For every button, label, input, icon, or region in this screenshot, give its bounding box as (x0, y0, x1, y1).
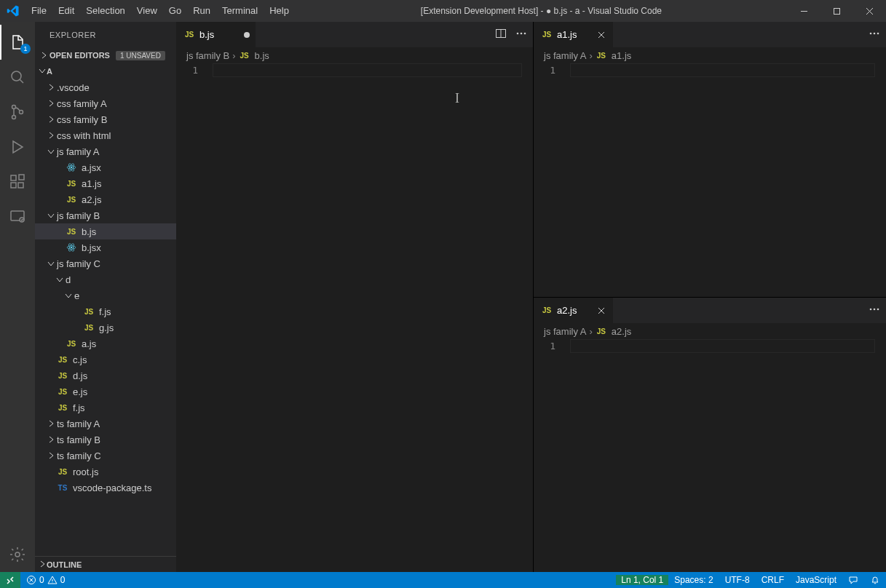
tree-item[interactable]: css family B (35, 111, 176, 127)
workspace-root[interactable]: A (35, 63, 176, 79)
tree-item[interactable]: css family A (35, 95, 176, 111)
activity-remote[interactable] (0, 199, 35, 234)
tree-item-label: c.js (73, 354, 87, 365)
breadcrumb-segment[interactable]: js family A (544, 50, 587, 61)
chevron-right-icon: › (590, 326, 593, 337)
tree-item-label: f.js (99, 306, 111, 317)
menu-terminal[interactable]: Terminal (216, 0, 264, 22)
breadcrumb[interactable]: js family B › JS b.js (176, 47, 533, 63)
status-language[interactable]: JavaScript (790, 575, 842, 585)
tab-b-js[interactable]: JS b.js (176, 22, 256, 47)
tree-item[interactable]: ts family A (35, 416, 176, 432)
status-lncol[interactable]: Ln 1, Col 1 (616, 575, 668, 585)
menu-view[interactable]: View (131, 0, 163, 22)
tree-item[interactable]: a.jsx (35, 159, 176, 175)
svg-point-22 (521, 33, 523, 35)
activity-explorer[interactable]: 1 (0, 25, 35, 60)
breadcrumb-segment[interactable]: a1.js (612, 50, 631, 61)
svg-point-3 (12, 116, 16, 119)
tree-item[interactable]: TSvscode-package.ts (35, 480, 176, 496)
tree-item[interactable]: JSf.js (35, 303, 176, 319)
js-icon: JS (596, 49, 607, 61)
editor-line[interactable]: 1 (534, 63, 886, 77)
tree-item[interactable]: ts family B (35, 432, 176, 448)
js-icon: JS (57, 402, 68, 413)
tab-a1-js[interactable]: JS a1.js (534, 22, 614, 47)
text-cursor-icon: I (455, 91, 459, 106)
tree-item[interactable]: js family C (35, 255, 176, 271)
svg-point-28 (874, 309, 876, 311)
activity-bar: 1 (0, 22, 35, 572)
svg-point-16 (71, 247, 72, 248)
tree-item-label: a.jsx (82, 162, 101, 173)
outline-section[interactable]: OUTLINE (35, 556, 176, 572)
close-icon[interactable] (596, 305, 607, 317)
scrollbar[interactable] (876, 0, 886, 588)
tab-a2-js[interactable]: JS a2.js (534, 298, 614, 323)
tree-item[interactable]: JSf.js (35, 400, 176, 416)
tree-item[interactable]: js family A (35, 143, 176, 159)
status-feedback[interactable] (842, 575, 864, 585)
code-area[interactable] (570, 339, 886, 353)
breadcrumb-segment[interactable]: js family B (186, 50, 229, 61)
tree-item[interactable]: d (35, 271, 176, 287)
status-eol[interactable]: CRLF (756, 575, 790, 585)
explorer-badge: 1 (20, 44, 31, 54)
menu-edit[interactable]: Edit (52, 0, 80, 22)
breadcrumb-segment[interactable]: b.js (255, 50, 269, 61)
code-area[interactable] (213, 63, 533, 77)
svg-point-19 (68, 243, 75, 252)
editor-line[interactable]: 1 (534, 339, 886, 353)
tree-item[interactable]: JSa2.js (35, 191, 176, 207)
tree-item[interactable]: JSg.js (35, 319, 176, 335)
tree-item[interactable]: ts family C (35, 448, 176, 464)
status-spaces[interactable]: Spaces: 2 (668, 575, 719, 585)
minimize-button[interactable] (788, 0, 820, 22)
code-area[interactable] (570, 63, 886, 77)
tree-item-label: e.js (73, 386, 87, 397)
menu-file[interactable]: File (25, 0, 52, 22)
tab-label: b.js (199, 29, 214, 40)
menu-run[interactable]: Run (187, 0, 216, 22)
tree-item[interactable]: js family B (35, 207, 176, 223)
js-icon: JS (66, 226, 77, 237)
activity-extensions[interactable] (0, 164, 35, 199)
window-controls (788, 0, 886, 22)
menu-selection[interactable]: Selection (80, 0, 130, 22)
tree-item[interactable]: JSa1.js (35, 175, 176, 191)
activity-debug[interactable] (0, 130, 35, 164)
tree-item[interactable]: JSroot.js (35, 464, 176, 480)
open-editors-section[interactable]: OPEN EDITORS 1 UNSAVED (35, 47, 176, 63)
tree-item[interactable]: b.jsx (35, 239, 176, 255)
tree-item[interactable]: JSd.js (35, 368, 176, 384)
menu-go[interactable]: Go (163, 0, 187, 22)
breadcrumb-segment[interactable]: js family A (544, 326, 587, 337)
tree-item[interactable]: JSa.js (35, 335, 176, 351)
status-encoding[interactable]: UTF-8 (719, 575, 756, 585)
tree-item[interactable]: JSe.js (35, 384, 176, 400)
root-label: A (47, 67, 52, 76)
status-problems[interactable]: 0 0 (20, 572, 71, 588)
svg-point-18 (68, 243, 75, 252)
editor-line[interactable]: 1 (176, 63, 533, 77)
tree-item[interactable]: css with html (35, 127, 176, 143)
split-editor-icon[interactable] (495, 28, 507, 41)
breadcrumb-segment[interactable]: a2.js (612, 326, 631, 337)
breadcrumb[interactable]: js family A › JS a1.js (534, 47, 886, 63)
line-number: 1 (534, 339, 570, 353)
tree-item[interactable]: JSc.js (35, 351, 176, 368)
activity-settings[interactable] (0, 537, 35, 572)
tree-item[interactable]: e (35, 287, 176, 303)
js-icon: JS (66, 194, 77, 205)
tree-item[interactable]: .vscode (35, 79, 176, 95)
menu-help[interactable]: Help (264, 0, 295, 22)
activity-search[interactable] (0, 60, 35, 95)
status-remote[interactable] (0, 572, 20, 588)
activity-scm[interactable] (0, 95, 35, 130)
maximize-button[interactable] (820, 0, 853, 22)
close-icon[interactable] (596, 29, 607, 41)
breadcrumb[interactable]: js family A › JS a2.js (534, 323, 886, 339)
tree-item[interactable]: JSb.js (35, 223, 176, 239)
more-icon[interactable] (515, 28, 527, 41)
file-tree[interactable]: .vscodecss family Acss family Bcss with … (35, 79, 176, 556)
